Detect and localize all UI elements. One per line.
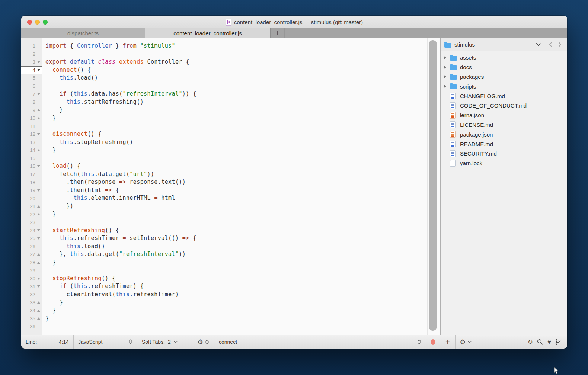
gutter-line-12[interactable]: 12: [21, 130, 42, 138]
code-line-25[interactable]: this.refreshTimer = setInterval(() => {: [45, 234, 427, 243]
code-line-6[interactable]: [45, 82, 427, 90]
gutter-line-18[interactable]: 18: [21, 178, 42, 186]
chevron-down-icon[interactable]: [536, 43, 541, 46]
code-line-3[interactable]: export default class extends Controller …: [45, 58, 427, 66]
nav-forward-icon[interactable]: [557, 42, 563, 47]
tree-item-yarn.lock[interactable]: yarn.lock: [441, 158, 567, 168]
code-line-7[interactable]: if (this.data.has("refreshInterval")) {: [45, 90, 427, 98]
favorites-heart-icon[interactable]: ♥: [547, 339, 551, 345]
gutter-line-21[interactable]: 21: [21, 202, 42, 211]
code-line-22[interactable]: }: [45, 210, 427, 218]
gutter-line-32[interactable]: 32: [21, 291, 42, 299]
gutter-line-31[interactable]: 31: [21, 282, 42, 291]
gutter-line-34[interactable]: 34: [21, 307, 42, 315]
gutter-line-8[interactable]: 8: [21, 98, 42, 106]
code-line-17[interactable]: fetch(this.data.get("url")): [45, 170, 427, 179]
soft-tabs-selector[interactable]: Soft Tabs: 2: [137, 335, 192, 349]
gutter-line-24[interactable]: 24: [21, 227, 42, 235]
tree-item-README.md[interactable]: README.md: [441, 139, 567, 149]
bundle-actions-button[interactable]: ⚙: [192, 335, 214, 349]
gutter-line-22[interactable]: 22: [21, 210, 42, 218]
close-button[interactable]: [27, 20, 32, 25]
minimize-button[interactable]: [35, 20, 40, 25]
code-line-26[interactable]: this.load(): [45, 243, 427, 251]
gutter-line-4[interactable]: 4: [21, 66, 42, 74]
tree-item-packages[interactable]: packages: [441, 72, 567, 82]
gutter-line-29[interactable]: 29: [21, 266, 42, 275]
project-root-name[interactable]: stimulus: [454, 41, 475, 48]
code-line-30[interactable]: stopRefreshing() {: [45, 275, 427, 283]
gutter-line-1[interactable]: 1: [21, 42, 42, 50]
zoom-button[interactable]: [43, 20, 48, 25]
gutter-line-30[interactable]: 30: [21, 275, 42, 283]
code-line-36[interactable]: [45, 323, 427, 331]
code-line-19[interactable]: .then(html => {: [45, 186, 427, 195]
gutter-line-6[interactable]: 6: [21, 82, 42, 90]
gutter-line-3[interactable]: 3: [21, 58, 42, 66]
file-browser-actions-button[interactable]: ⚙: [456, 339, 476, 345]
gutter-line-13[interactable]: 13: [21, 138, 42, 147]
gutter-line-27[interactable]: 27: [21, 250, 42, 259]
code-line-5[interactable]: this.load(): [45, 74, 427, 82]
fold-close-icon[interactable]: [37, 301, 40, 304]
code-line-9[interactable]: }: [45, 106, 427, 114]
code-line-20[interactable]: this.element.innerHTML = html: [45, 194, 427, 202]
fold-close-icon[interactable]: [37, 262, 40, 264]
tree-item-CODE_OF_CONDUCT.md[interactable]: CODE_OF_CONDUCT.md: [441, 101, 567, 110]
fold-open-icon[interactable]: [37, 189, 40, 192]
fold-open-icon[interactable]: [37, 61, 40, 63]
fold-close-icon[interactable]: [37, 310, 40, 312]
code-line-2[interactable]: [45, 50, 427, 58]
fold-close-icon[interactable]: [37, 149, 40, 151]
gutter-line-35[interactable]: 35: [21, 315, 42, 323]
code-line-29[interactable]: [45, 266, 427, 275]
code-line-11[interactable]: [45, 122, 427, 130]
gutter-line-25[interactable]: 25: [21, 234, 42, 243]
code-line-16[interactable]: load() {: [45, 162, 427, 170]
gutter-line-10[interactable]: 10: [21, 114, 42, 122]
gutter-line-28[interactable]: 28: [21, 259, 42, 267]
new-tab-button[interactable]: +: [271, 28, 285, 38]
code-line-15[interactable]: [45, 154, 427, 163]
fold-open-icon[interactable]: [37, 133, 40, 135]
gutter-line-26[interactable]: 26: [21, 243, 42, 251]
tree-item-CHANGELOG.md[interactable]: CHANGELOG.md: [441, 91, 567, 101]
fold-close-icon[interactable]: [37, 253, 40, 256]
scrollbar-thumb[interactable]: [429, 40, 437, 331]
code-lines[interactable]: import { Controller } from "stimulus"exp…: [42, 38, 427, 335]
gutter-line-5[interactable]: 5: [21, 74, 42, 82]
tree-item-lerna.json[interactable]: lerna.json: [441, 110, 567, 120]
fold-open-icon[interactable]: [37, 93, 40, 95]
fold-close-icon[interactable]: [37, 117, 40, 119]
disclosure-triangle-icon[interactable]: [444, 56, 446, 60]
code-line-28[interactable]: }: [45, 259, 427, 267]
fold-close-icon[interactable]: [37, 205, 40, 208]
gutter-line-36[interactable]: 36: [21, 323, 42, 331]
code-line-24[interactable]: startRefreshing() {: [45, 227, 427, 235]
code-line-35[interactable]: }: [45, 315, 427, 323]
editor-scrollbar[interactable]: [427, 38, 440, 335]
tree-item-assets[interactable]: assets: [441, 53, 567, 62]
code-line-10[interactable]: }: [45, 114, 427, 122]
code-line-12[interactable]: disconnect() {: [45, 130, 427, 138]
code-line-18[interactable]: .then(response => response.text()): [45, 178, 427, 186]
gutter-line-19[interactable]: 19: [21, 186, 42, 195]
fold-close-icon[interactable]: [37, 317, 40, 320]
fold-open-icon[interactable]: [37, 229, 40, 231]
gutter-line-7[interactable]: 7: [21, 90, 42, 98]
code-line-8[interactable]: this.startRefreshing(): [45, 98, 427, 106]
gutter-line-2[interactable]: 2: [21, 50, 42, 58]
disclosure-triangle-icon[interactable]: [444, 84, 446, 88]
code-line-31[interactable]: if (this.refreshTimer) {: [45, 282, 427, 291]
fold-open-icon[interactable]: [37, 237, 40, 240]
tab-dispatcher.ts[interactable]: dispatcher.ts: [21, 28, 145, 38]
gutter-line-14[interactable]: 14: [21, 146, 42, 154]
disclosure-triangle-icon[interactable]: [444, 65, 446, 69]
gutter-line-16[interactable]: 16: [21, 162, 42, 170]
gutter-line-33[interactable]: 33: [21, 299, 42, 307]
code-line-27[interactable]: }, this.data.get("refreshInterval")): [45, 250, 427, 259]
git-branch-icon[interactable]: [555, 339, 561, 345]
code-line-14[interactable]: }: [45, 146, 427, 154]
code-line-34[interactable]: }: [45, 307, 427, 315]
gutter-line-15[interactable]: 15: [21, 154, 42, 163]
